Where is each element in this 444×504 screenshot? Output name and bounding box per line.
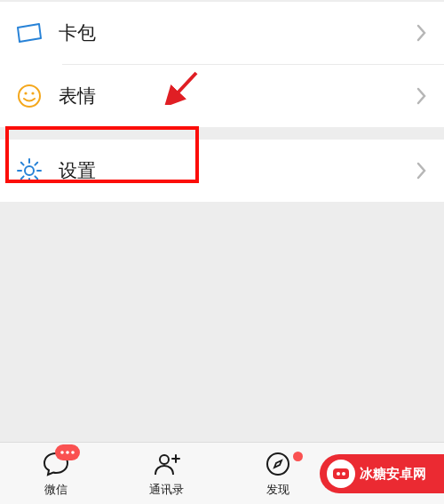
svg-rect-21 bbox=[333, 468, 349, 479]
svg-point-3 bbox=[25, 166, 34, 175]
svg-point-14 bbox=[66, 451, 69, 454]
chevron-right-icon bbox=[416, 85, 428, 107]
gear-icon bbox=[16, 157, 43, 184]
row-stickers[interactable]: 表情 bbox=[0, 65, 444, 127]
svg-point-2 bbox=[31, 92, 34, 94]
watermark: 冰糖安卓网 bbox=[320, 454, 444, 493]
tab-contacts[interactable]: 通讯录 bbox=[111, 450, 222, 498]
svg-line-10 bbox=[21, 176, 24, 179]
compass-icon bbox=[264, 450, 292, 478]
svg-point-13 bbox=[60, 451, 64, 454]
svg-point-22 bbox=[337, 472, 340, 476]
notification-dot bbox=[293, 452, 303, 461]
watermark-logo-icon bbox=[327, 460, 355, 488]
svg-point-16 bbox=[160, 455, 169, 464]
unread-badge bbox=[55, 444, 80, 460]
tab-discover[interactable]: 发现 bbox=[222, 450, 333, 498]
tab-label: 通讯录 bbox=[149, 482, 184, 498]
contacts-icon bbox=[153, 450, 181, 478]
row-label: 设置 bbox=[59, 158, 416, 183]
chevron-right-icon bbox=[416, 160, 428, 181]
svg-point-15 bbox=[71, 451, 75, 454]
svg-line-11 bbox=[35, 163, 37, 165]
chevron-right-icon bbox=[416, 22, 428, 44]
svg-point-19 bbox=[267, 453, 289, 475]
row-settings[interactable]: 设置 bbox=[0, 140, 444, 202]
card-package-icon bbox=[16, 20, 43, 46]
tab-chat[interactable]: 微信 bbox=[0, 450, 111, 498]
svg-point-1 bbox=[24, 92, 27, 94]
section-gap bbox=[0, 127, 444, 140]
svg-line-9 bbox=[35, 176, 37, 179]
row-label: 卡包 bbox=[59, 20, 416, 45]
tab-label: 发现 bbox=[266, 482, 289, 498]
svg-point-0 bbox=[19, 85, 40, 107]
svg-line-8 bbox=[21, 163, 24, 165]
tab-label: 微信 bbox=[44, 482, 67, 498]
watermark-text: 冰糖安卓网 bbox=[360, 466, 426, 483]
svg-point-23 bbox=[342, 472, 345, 476]
row-card-package[interactable]: 卡包 bbox=[0, 2, 444, 64]
row-label: 表情 bbox=[59, 84, 416, 108]
smile-icon bbox=[16, 83, 43, 109]
